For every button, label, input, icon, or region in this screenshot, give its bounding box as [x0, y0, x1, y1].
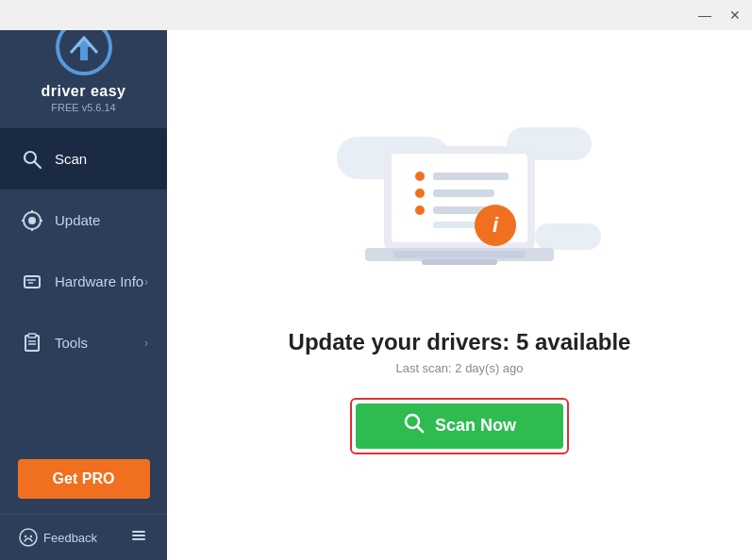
feedback-icon — [19, 528, 38, 547]
sidebar-item-hardware-label: Hardware Info — [55, 273, 144, 289]
sidebar-item-scan-label: Scan — [55, 151, 148, 167]
sidebar-item-tools-label: Tools — [55, 335, 144, 351]
logo-text: driver easy — [41, 83, 125, 100]
hardware-info-arrow: › — [144, 275, 148, 288]
scan-now-icon — [403, 412, 426, 439]
svg-point-12 — [26, 279, 28, 281]
sidebar: driver easy FREE v5.6.14 Scan — [0, 0, 167, 560]
tools-arrow: › — [144, 337, 148, 350]
svg-rect-34 — [393, 251, 526, 258]
update-icon — [19, 207, 45, 234]
svg-rect-26 — [433, 173, 509, 180]
update-title: Update your drivers: 5 available — [289, 329, 631, 355]
titlebar: — ✕ — [0, 0, 752, 30]
svg-rect-28 — [433, 189, 494, 197]
scan-icon — [19, 146, 45, 173]
svg-point-17 — [20, 529, 37, 546]
svg-rect-33 — [422, 259, 497, 265]
svg-point-19 — [30, 535, 32, 537]
svg-point-18 — [25, 535, 26, 537]
sidebar-item-update[interactable]: Update — [0, 189, 167, 251]
feedback-item[interactable]: Feedback — [19, 528, 97, 547]
svg-point-4 — [28, 217, 36, 224]
svg-line-36 — [417, 427, 423, 433]
svg-line-2 — [35, 162, 41, 168]
scan-now-label: Scan Now — [435, 416, 516, 436]
get-pro-button[interactable]: Get PRO — [18, 459, 150, 499]
svg-point-25 — [415, 172, 425, 181]
scan-btn-wrapper: Scan Now — [350, 398, 569, 454]
last-scan-text: Last scan: 2 day(s) ago — [395, 361, 523, 375]
svg-point-27 — [415, 189, 425, 198]
tools-icon — [19, 330, 45, 356]
svg-rect-31 — [433, 222, 480, 228]
close-button[interactable]: ✕ — [726, 6, 744, 25]
feedback-label: Feedback — [43, 531, 97, 545]
sidebar-item-tools[interactable]: Tools › — [0, 312, 167, 373]
sidebar-nav: Scan Update — [0, 128, 167, 448]
list-icon[interactable] — [129, 526, 148, 549]
svg-point-1 — [25, 152, 36, 163]
sidebar-item-scan[interactable]: Scan — [0, 128, 167, 189]
hardware-info-icon — [19, 269, 45, 295]
svg-point-29 — [415, 206, 425, 215]
laptop-svg: i — [346, 137, 573, 291]
svg-rect-14 — [28, 334, 36, 338]
app-container: driver easy FREE v5.6.14 Scan — [0, 0, 752, 560]
scan-now-button[interactable]: Scan Now — [356, 404, 563, 449]
sidebar-bottom: Feedback — [0, 514, 167, 560]
info-badge: i — [475, 205, 516, 246]
minimize-button[interactable]: — — [695, 6, 714, 25]
sidebar-item-hardware-info[interactable]: Hardware Info › — [0, 251, 167, 312]
laptop-illustration: i — [309, 118, 610, 306]
svg-rect-9 — [25, 276, 40, 288]
sidebar-item-update-label: Update — [55, 212, 148, 228]
main-content: i Update your drivers: 5 available Last … — [167, 0, 752, 560]
logo-version: FREE v5.6.14 — [51, 102, 115, 113]
